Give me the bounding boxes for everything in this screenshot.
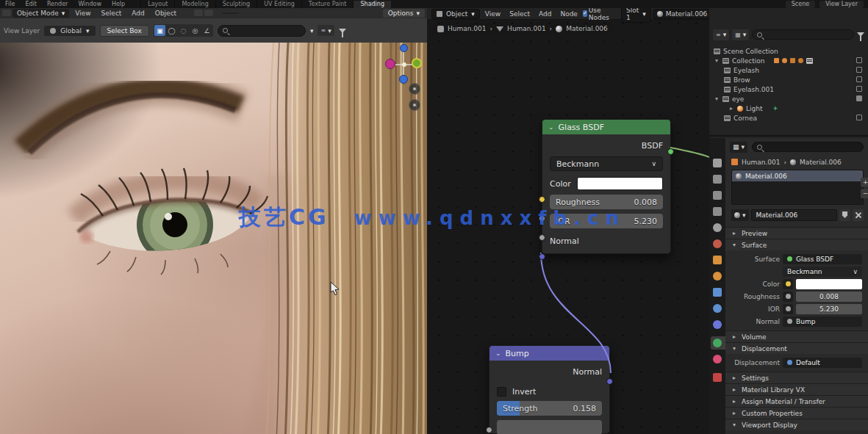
shader-menu-select[interactable]: Select [506, 10, 534, 18]
navigation-gizmo[interactable] [382, 43, 427, 94]
use-nodes-checkbox[interactable]: ✓ [583, 10, 587, 17]
color-swatch[interactable] [577, 177, 663, 190]
chevron-down-icon[interactable]: ▾ [310, 27, 314, 35]
shader-type-dropdown[interactable]: Object ▾ [431, 9, 480, 19]
options-dropdown[interactable]: Options ▾ [383, 9, 425, 18]
exclude-checkbox[interactable] [856, 95, 862, 101]
proportional-edit-icon[interactable] [204, 10, 213, 16]
tab-object-icon[interactable] [713, 256, 722, 264]
gizmo-y-axis[interactable] [412, 58, 422, 68]
select-circle-icon[interactable]: ◯ [166, 25, 177, 36]
shader-menu-add[interactable]: Add [535, 10, 555, 18]
outliner-search[interactable] [752, 29, 854, 40]
exclude-checkbox[interactable] [856, 115, 862, 120]
tab-modifiers-icon[interactable] [713, 288, 722, 297]
collapse-icon[interactable]: ⌄ [495, 350, 501, 357]
viewport-menu-add[interactable]: Add [127, 9, 148, 18]
bsdf-output-socket[interactable] [667, 148, 674, 155]
menu-window[interactable]: Window [73, 1, 107, 8]
tab-world-icon[interactable] [713, 239, 722, 248]
section-surface[interactable]: ▾ Surface [725, 239, 868, 250]
menu-render[interactable]: Render [42, 1, 73, 8]
cursor-tool-icon[interactable]: ◎ [190, 25, 201, 36]
distribution-dropdown[interactable]: Beckmann ∨ [783, 267, 862, 277]
select-box-icon[interactable]: ▣ [154, 25, 165, 36]
color-swatch[interactable] [796, 279, 862, 289]
section-material-library[interactable]: ▸ Material Library VX [725, 383, 868, 395]
editor-type-icon[interactable] [2, 10, 11, 16]
distribution-dropdown[interactable]: Beckmann ∨ [550, 156, 663, 171]
filter-funnel-icon[interactable] [857, 32, 864, 37]
ior-slider[interactable]: IOR 5.230 [550, 214, 663, 228]
material-browse-dropdown[interactable]: Material.006 [653, 9, 709, 19]
section-assign-material[interactable]: ▸ Assign Material / Transfer [725, 395, 868, 407]
tab-material-icon[interactable] [713, 355, 722, 364]
exclude-checkbox[interactable] [856, 86, 862, 92]
editor-type-icon[interactable]: ▦▾ [730, 142, 747, 153]
roughness-slider[interactable]: 0.008 [796, 292, 862, 302]
menu-help[interactable]: Help [107, 1, 130, 8]
roughness-slider[interactable]: Roughness 0.008 [550, 195, 663, 209]
section-volume[interactable]: ▸ Volume [725, 330, 868, 342]
normal-dropdown[interactable]: Bump [783, 317, 862, 327]
exclude-checkbox[interactable] [856, 76, 862, 82]
breadcrumb-object[interactable]: Human.001 [448, 25, 487, 32]
tab-texture-icon[interactable] [713, 373, 722, 382]
tab-shading[interactable]: Shading [353, 1, 391, 8]
display-mode-icon[interactable]: ▦▾ [732, 29, 749, 40]
normal-output-socket[interactable] [606, 378, 613, 385]
snap-magnet-icon[interactable] [194, 10, 203, 16]
tab-layout[interactable]: Layout [140, 1, 174, 8]
add-slot-button[interactable]: + [861, 178, 868, 187]
tab-render-icon[interactable] [713, 175, 722, 184]
section-preview[interactable]: ▸ Preview [725, 227, 868, 239]
tab-modeling[interactable]: Modeling [174, 1, 215, 8]
roughness-input-socket[interactable] [539, 215, 545, 222]
view-layer-selector[interactable]: View Layer [819, 1, 864, 8]
bump-node-header[interactable]: ⌄ Bump [489, 346, 609, 361]
tab-texture-paint[interactable]: Texture Paint [301, 1, 354, 8]
camera-view-button[interactable] [409, 99, 420, 111]
tab-particles-icon[interactable] [713, 272, 722, 281]
tab-physics-icon[interactable] [713, 304, 722, 313]
tab-constraints-icon[interactable] [713, 320, 722, 329]
normal-input-socket[interactable] [539, 253, 545, 260]
section-viewport-display[interactable]: ▾ Viewport Display [725, 419, 868, 430]
outliner-row-collection[interactable]: ▾ Collection [709, 56, 868, 65]
material-name-field[interactable]: Material.006 [751, 209, 837, 221]
breadcrumb-material[interactable]: Material.006 [800, 159, 842, 166]
viewport-menu-view[interactable]: View [71, 9, 95, 18]
measure-tool-icon[interactable]: ∠ [201, 25, 212, 36]
display-mode-icon[interactable]: ≡▾ [318, 25, 334, 36]
breadcrumb-material[interactable]: Material.006 [566, 25, 608, 32]
active-tool-button[interactable]: Select Box [100, 25, 149, 37]
gizmo-x-axis[interactable] [385, 59, 395, 69]
outliner-row-brow[interactable]: Brow [709, 75, 868, 84]
strength-slider[interactable]: Strength 0.158 [497, 401, 602, 416]
viewport-canvas[interactable] [0, 43, 427, 434]
mode-dropdown[interactable]: Object Mode ▾ [12, 9, 69, 18]
tab-scene-icon[interactable] [713, 223, 722, 232]
outliner-row-eye[interactable]: ▾ eye [709, 94, 868, 104]
tab-sculpting[interactable]: Sculpting [215, 1, 257, 8]
zoom-button[interactable] [409, 83, 420, 95]
menu-edit[interactable]: Edit [20, 1, 42, 8]
color-input-socket[interactable] [539, 196, 545, 203]
outliner-row-light[interactable]: ▸ Light [709, 104, 868, 113]
slot-dropdown[interactable]: Slot 1 ▾ [621, 8, 651, 23]
displacement-dropdown[interactable]: Default [783, 358, 862, 368]
outliner-row-scene-collection[interactable]: Scene Collection [709, 46, 868, 56]
exclude-checkbox[interactable] [856, 57, 862, 63]
scene-selector[interactable]: Scene [786, 1, 815, 8]
section-settings[interactable]: ▸ Settings [725, 372, 868, 383]
editor-type-icon[interactable]: ≡▾ [713, 29, 729, 40]
toolbar-search[interactable] [218, 25, 306, 37]
expand-icon[interactable]: ▾ [714, 57, 720, 64]
toolbar-search-input[interactable] [232, 27, 290, 35]
fake-user-button[interactable] [839, 209, 850, 221]
filter-funnel-icon[interactable] [339, 29, 346, 33]
invert-checkbox[interactable] [497, 387, 506, 397]
distance-slider[interactable] [497, 420, 602, 434]
breadcrumb-data[interactable]: Human.001 [507, 25, 546, 32]
glass-node-header[interactable]: ⌄ Glass BSDF [542, 120, 670, 134]
